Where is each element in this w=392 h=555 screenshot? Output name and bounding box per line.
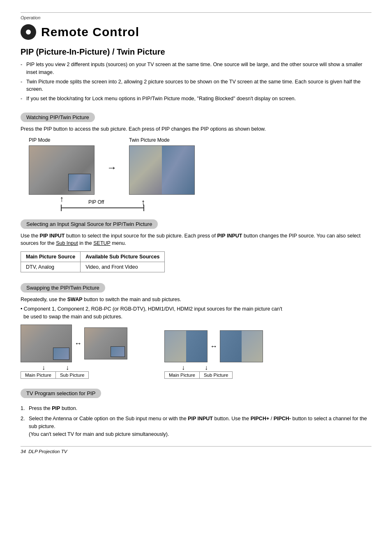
pip-inset-image: [68, 174, 91, 191]
swap-label-main-left: Main Picture: [21, 371, 56, 379]
swapping-description: Repeatedly, use the SWAP button to switc…: [21, 296, 371, 320]
swap-left-group: ↔ ↓ ↓ Main Picture Sub Picture: [21, 325, 127, 379]
pip-bold-step1: PIP: [52, 405, 60, 411]
watching-description: Press the PIP button to access the sub p…: [21, 125, 371, 133]
twin-mode-block: Twin Picture Mode: [129, 137, 195, 195]
watching-bar: Watching PIP/Twin Picture: [21, 113, 95, 122]
pip-modes-row: PIP Mode → Twin Picture Mode: [29, 137, 371, 195]
pip-off-line: [61, 205, 371, 211]
swap-label-sub-right: Sub Picture: [200, 371, 233, 379]
pip-mode-block: PIP Mode: [29, 137, 95, 195]
swap-right-group: ↔ ↓ ↓ Main Picture Sub Picture: [164, 330, 263, 379]
page-container: Operation Remote Control PIP (Picture-In…: [21, 12, 371, 454]
swap-arrow-horiz-left: ↔: [74, 339, 82, 348]
swap-arrow-horiz-right: ↔: [210, 342, 217, 351]
pipch-plus-bold: PIPCH+: [251, 416, 270, 421]
pip-mode-label: PIP Mode: [29, 137, 50, 143]
pipch-minus-bold: PIPCH-: [274, 416, 291, 421]
swap-right-images-row: ↔: [164, 330, 263, 362]
swapping-bar: Swapping the PIP/Twin Picture: [21, 283, 105, 292]
top-rule: [21, 12, 371, 13]
setup-underline: SETUP: [93, 240, 110, 246]
page-title-row: Remote Control: [21, 24, 371, 40]
bottom-rule: [21, 446, 371, 447]
pip-source-table: Main Picture Source Available Sub Pictur…: [21, 251, 165, 272]
swap-down-arrows-right: ↓ ↓: [164, 364, 263, 371]
twin-image: [129, 145, 195, 195]
pip-arrow-down-left: ↑: [60, 195, 64, 203]
pip-bullet-list: PIP lets you view 2 different inputs (so…: [21, 61, 371, 103]
pip-bullet-2: Twin Picture mode splits the screen into…: [21, 78, 371, 94]
remote-control-icon: [21, 24, 36, 40]
pip-diagram-container: PIP Mode → Twin Picture Mode ↑: [29, 137, 371, 215]
table-header-sub: Available Sub Picture Sources: [81, 252, 165, 262]
table-row: DTV, Analog Video, and Front Video: [21, 262, 165, 272]
sub-input-underline: Sub Input: [56, 240, 78, 246]
swap-down-arrows-left: ↓ ↓: [21, 364, 127, 371]
pip-bullet-1: PIP lets you view 2 different inputs (so…: [21, 61, 371, 76]
swap-twin-img-1: [164, 330, 208, 362]
table-cell-sub-source: Video, and Front Video: [81, 262, 165, 272]
pip-input-bold-1: PIP INPUT: [40, 233, 65, 239]
swap-left-images-row: ↔: [21, 325, 127, 362]
section-label: Operation: [21, 15, 371, 20]
swap-diagrams-row: ↔ ↓ ↓ Main Picture Sub Picture: [21, 325, 371, 379]
tv-program-bar: TV Program selection for PIP: [21, 389, 101, 398]
pip-heading: PIP (Picture-In-Picture) / Twin Picture: [21, 47, 371, 57]
swap-label-main-right: Main Picture: [164, 371, 200, 379]
swap-labels-left: Main Picture Sub Picture: [21, 371, 127, 379]
swap-main-img-1: [21, 325, 72, 362]
swap-twin-img-2: [220, 330, 263, 362]
tv-step-2: 2. Select the Antenna or Cable option on…: [21, 415, 371, 438]
twin-right: [162, 146, 194, 194]
selecting-bar: Selecting an Input Signal Source for PIP…: [21, 219, 158, 229]
swap-bold: SWAP: [67, 297, 83, 302]
pip-input-bold-2: PIP INPUT: [217, 233, 242, 239]
selecting-description: Use the PIP INPUT button to select the i…: [21, 232, 371, 248]
pip-main-image: [29, 145, 95, 195]
arrow-right-icon: →: [107, 162, 117, 173]
swap-sub-img-1: [84, 327, 127, 359]
swap-label-sub-left: Sub Picture: [56, 371, 89, 379]
table-cell-main-source: DTV, Analog: [21, 262, 81, 272]
table-header-main: Main Picture Source: [21, 252, 81, 262]
twin-left: [129, 146, 162, 194]
twin-mode-label: Twin Picture Mode: [129, 137, 170, 143]
swap-labels-right: Main Picture Sub Picture: [164, 371, 263, 379]
pip-bullet-3: If you set the block/rating for Lock men…: [21, 95, 371, 103]
tv-step-1: 1. Press the PIP button.: [21, 405, 371, 412]
page-title: Remote Control: [41, 25, 139, 39]
pip-input-bold-step2: PIP INPUT: [188, 416, 213, 421]
page-footer: 34 DLP Projection TV: [21, 449, 371, 454]
tv-program-steps: 1. Press the PIP button. 2. Select the A…: [21, 405, 371, 438]
pip-off-label: PIP Off: [88, 199, 104, 205]
